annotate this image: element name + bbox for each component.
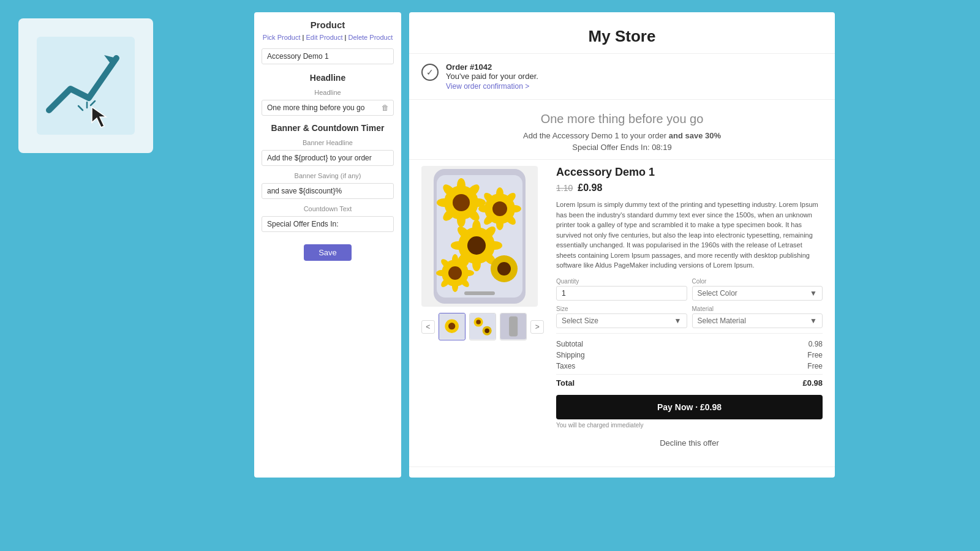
countdown-input[interactable] [262, 216, 394, 232]
svg-point-39 [448, 266, 462, 280]
left-panel: Product Pick Product | Edit Product | De… [254, 12, 401, 478]
svg-point-26 [478, 205, 491, 212]
size-select[interactable]: Select Size ▼ [556, 313, 687, 328]
decline-container: Decline this offer [556, 437, 823, 454]
svg-point-44 [452, 281, 458, 292]
svg-point-22 [509, 205, 521, 212]
pick-product-link[interactable]: Pick Product [263, 34, 301, 41]
banner-headline-input[interactable] [262, 150, 394, 166]
total-label: Total [556, 378, 575, 388]
svg-point-53 [448, 323, 455, 329]
order-paid-text: You've paid for your order. [446, 72, 538, 81]
banner-headline-label: Banner Headline [254, 135, 401, 148]
shipping-label: Shipping [556, 351, 585, 359]
thumbnail-1[interactable] [439, 313, 466, 340]
color-label: Color [692, 278, 823, 285]
svg-point-29 [467, 236, 486, 255]
headline-input[interactable] [262, 100, 394, 116]
svg-point-34 [472, 257, 481, 271]
subtotal-label: Subtotal [556, 340, 583, 348]
shipping-value: Free [807, 351, 823, 359]
product-area: < [409, 159, 835, 460]
taxes-row: Taxes Free [556, 361, 823, 372]
taxes-value: Free [807, 362, 823, 370]
view-order-link[interactable]: View order confirmation > [446, 82, 538, 91]
quantity-label: Quantity [556, 278, 687, 285]
size-chevron-icon: ▼ [674, 317, 682, 325]
upsell-banner: Add the Accessory Demo 1 to your order a… [409, 131, 835, 143]
material-select-value: Select Material [698, 317, 746, 325]
svg-point-14 [457, 212, 466, 227]
footer: All rights reserved shoptest025 [409, 467, 835, 478]
product-section-title: Product [254, 12, 401, 32]
banner-saving-label: Banner Saving (if any) [254, 168, 401, 181]
svg-point-9 [453, 194, 470, 211]
color-chevron-icon: ▼ [810, 289, 817, 298]
svg-point-40 [452, 254, 458, 265]
svg-point-58 [484, 329, 489, 334]
product-image-svg [421, 166, 538, 307]
thumbnail-2[interactable] [469, 313, 496, 340]
pay-button[interactable]: Pay Now · £0.98 [556, 395, 823, 419]
headline-input-container: 🗑 [262, 100, 394, 116]
size-select-value: Select Size [562, 317, 598, 325]
total-value: £0.98 [802, 378, 823, 388]
quantity-value: 1 [556, 286, 687, 301]
svg-point-30 [472, 220, 481, 234]
thumbnail-3[interactable] [500, 313, 527, 340]
svg-point-24 [496, 218, 503, 230]
svg-point-20 [496, 187, 503, 200]
store-name: My Store [409, 12, 835, 54]
product-links: Pick Product | Edit Product | Delete Pro… [254, 32, 401, 46]
svg-rect-0 [37, 37, 135, 135]
prev-thumb-button[interactable]: < [421, 320, 435, 334]
svg-point-36 [451, 241, 466, 250]
right-panel: My Store Order #1042 You've paid for you… [409, 12, 835, 478]
taxes-label: Taxes [556, 362, 575, 370]
svg-point-49 [497, 262, 511, 276]
options-grid: Quantity 1 Color Select Color ▼ Size Sel… [556, 278, 823, 328]
material-select[interactable]: Select Material ▼ [692, 313, 823, 328]
product-description: Lorem Ipsum is simply dummy text of the … [556, 200, 823, 271]
subtotal-row: Subtotal 0.98 [556, 339, 823, 350]
check-icon [421, 64, 439, 81]
upsell-timer: Special Offer Ends In: 08:19 [409, 143, 835, 159]
color-select-value: Select Color [698, 289, 737, 298]
svg-rect-54 [470, 313, 496, 339]
save-button[interactable]: Save [304, 244, 352, 261]
svg-point-32 [488, 241, 502, 250]
product-name: Accessory Demo 1 [556, 166, 823, 179]
next-thumb-button[interactable]: > [530, 320, 544, 334]
decline-link[interactable]: Decline this offer [660, 438, 719, 448]
total-row: Total £0.98 [556, 374, 823, 389]
order-info: Order #1042 You've paid for your order. … [446, 62, 538, 91]
svg-point-42 [463, 270, 474, 276]
svg-point-16 [437, 198, 451, 207]
analytics-icon [37, 37, 135, 135]
edit-product-link[interactable]: Edit Product [306, 34, 343, 41]
material-group: Material Select Material ▼ [692, 305, 823, 328]
svg-rect-60 [509, 317, 518, 337]
subtotal-value: 0.98 [809, 340, 823, 348]
product-details: Accessory Demo 1 1.10 £0.98 Lorem Ipsum … [556, 166, 823, 454]
size-label: Size [556, 305, 687, 312]
main-product-image [421, 166, 538, 307]
upsell-heading: One more thing before you go [409, 100, 835, 131]
thumbnail-row: < [421, 313, 544, 340]
delete-product-link[interactable]: Delete Product [348, 34, 393, 41]
price-row: 1.10 £0.98 [556, 182, 823, 193]
material-chevron-icon: ▼ [810, 317, 817, 325]
color-select[interactable]: Select Color ▼ [692, 286, 823, 301]
svg-point-56 [476, 320, 481, 325]
delete-icon[interactable]: 🗑 [382, 103, 389, 112]
price-sale: £0.98 [578, 182, 602, 193]
product-input[interactable] [262, 48, 394, 64]
quantity-group: Quantity 1 [556, 278, 687, 301]
banner-section-title: Banner & Countdown Timer [254, 118, 401, 135]
svg-point-19 [492, 201, 507, 216]
material-label: Material [692, 305, 823, 312]
order-number: Order #1042 [446, 62, 538, 72]
totals-section: Subtotal 0.98 Shipping Free Taxes Free T… [556, 333, 823, 389]
size-group: Size Select Size ▼ [556, 305, 687, 328]
banner-saving-input[interactable] [262, 183, 394, 199]
